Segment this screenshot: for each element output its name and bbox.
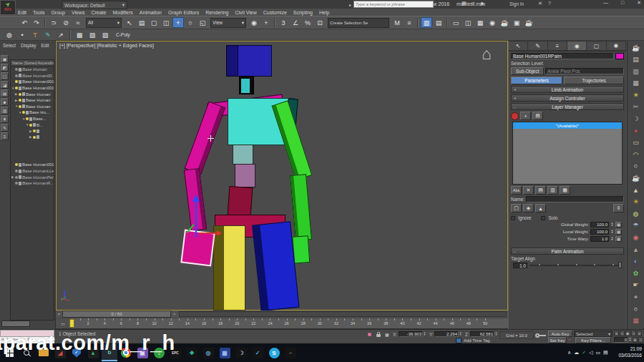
gizmo-z-axis[interactable]: [195, 202, 197, 238]
undo-icon[interactable]: ↶: [19, 17, 30, 28]
visibility-bulb-icon[interactable]: [19, 99, 21, 102]
animation-layer-list[interactable]: "(Available)": [512, 122, 623, 185]
track-bar-strip[interactable]: [179, 311, 507, 317]
perspective-viewport[interactable]: [+] [Perspective] [Realistic + Edged Fac…: [56, 41, 508, 310]
teapot-beige-icon[interactable]: ☕: [630, 173, 641, 184]
explorer-menu-edit[interactable]: Edit: [41, 43, 49, 48]
lock-icon[interactable]: [376, 334, 381, 337]
visibility-bulb-icon[interactable]: [33, 136, 36, 139]
gizmo-x-axis[interactable]: [199, 233, 217, 234]
pick-constraint-icon[interactable]: ↗: [55, 29, 67, 40]
disc-icon[interactable]: ◍: [630, 208, 641, 219]
maximize-button[interactable]: □: [621, 0, 624, 6]
select-manipulate-icon[interactable]: +: [260, 17, 272, 28]
display-geometry-icon[interactable]: ▣: [1, 55, 9, 63]
z-spinner[interactable]: ▲▼: [494, 331, 498, 337]
visibility-bulb-icon[interactable]: [15, 163, 18, 166]
tree-item[interactable]: Base Human001: [11, 79, 54, 85]
layer-properties-icon[interactable]: ▤: [532, 112, 543, 120]
tab-modify[interactable]: ✎: [528, 41, 547, 51]
select-and-link-icon[interactable]: ⊃: [48, 17, 59, 28]
orbit-view-icon[interactable]: ◔: [638, 337, 643, 343]
viewport-label[interactable]: [+] [Perspective] [Realistic + Edged Fac…: [59, 43, 154, 48]
display-helpers-icon[interactable]: ▤: [1, 89, 9, 97]
teapot-icon[interactable]: ☕: [630, 42, 641, 53]
menu-group[interactable]: Group: [51, 10, 64, 15]
community-icon[interactable]: ▦: [462, 1, 467, 6]
tree-item[interactable]: ▶Base HumanPel...: [11, 174, 54, 180]
scissors-icon[interactable]: ✂: [630, 102, 641, 112]
sign-in-button[interactable]: Sign In: [509, 1, 524, 6]
tab-hierarchy[interactable]: ≡: [548, 41, 567, 51]
sub-object-dropdown[interactable]: Ankle Pivot Pos: [545, 68, 624, 74]
maxscript-mini-listener[interactable]: [0, 330, 54, 337]
edit-poly-icon-2[interactable]: ▨: [87, 29, 98, 40]
menu-civil-view[interactable]: Civil View: [235, 10, 256, 15]
time-ruler[interactable]: ▭ 24681012141618202224262830323436384042…: [56, 318, 508, 329]
workspace-dropdown[interactable]: Workspace: Default ▾: [62, 1, 127, 9]
idm-icon[interactable]: ↓: [151, 344, 167, 361]
tree-item[interactable]: ▶Base Human: [11, 97, 54, 104]
tree-item[interactable]: Base HumanLLe...: [11, 168, 54, 175]
sub-object-button[interactable]: Sub-Object: [511, 67, 544, 75]
tree-item[interactable]: Base Human00...: [11, 73, 54, 79]
visibility-bulb-icon[interactable]: [15, 170, 18, 172]
parameters-button[interactable]: Parameters: [511, 77, 562, 84]
render-setup-icon[interactable]: ☕: [499, 17, 510, 28]
material-editor-icon[interactable]: ◉: [487, 17, 498, 28]
selection-filter-dropdown[interactable]: All▾: [86, 18, 122, 28]
start-button[interactable]: [1, 344, 17, 361]
menu-tools[interactable]: Tools: [33, 10, 44, 15]
toggle-scene-explorer-icon[interactable]: ▥: [421, 17, 432, 28]
taskbar-clock[interactable]: 21:09 03/03/2016: [618, 346, 642, 358]
menu-customize[interactable]: Customize: [263, 10, 287, 15]
setup-mode-icon[interactable]: +: [520, 112, 531, 120]
taskbar-search-button[interactable]: [19, 344, 34, 361]
target-align-field[interactable]: 1.0: [513, 263, 527, 268]
toggle-layer-explorer-icon[interactable]: ▤: [433, 17, 444, 28]
tree-item[interactable]: ▼Base Hu...: [11, 109, 54, 116]
app-icon-dark-red[interactable]: ◢: [52, 344, 68, 361]
go-to-start-icon[interactable]: «: [614, 331, 619, 336]
menu-modifiers[interactable]: Modifiers: [112, 10, 132, 15]
shirt-tool-icon[interactable]: T: [29, 29, 41, 40]
global-weight-curve-button[interactable]: ▦: [615, 222, 622, 228]
search-expand-icon[interactable]: ▸: [349, 2, 351, 7]
rect-selection-region-icon[interactable]: ▢: [148, 17, 160, 28]
rig-spine[interactable]: [235, 164, 255, 187]
app-icon-faint[interactable]: ~: [283, 344, 298, 361]
marble-icon[interactable]: ◉: [630, 233, 641, 243]
minimize-button[interactable]: —: [603, 0, 608, 6]
close-button[interactable]: ✕: [637, 0, 641, 6]
range-next-button[interactable]: >: [171, 312, 177, 316]
visibility-bulb-icon[interactable]: [22, 111, 25, 114]
auto-key-button[interactable]: Auto Key: [548, 331, 572, 337]
3ds-max-taskbar-icon[interactable]: b: [102, 344, 117, 361]
menu-animation[interactable]: Animation: [140, 10, 162, 15]
object-name-field[interactable]: Base Human001RPalm: [511, 53, 614, 59]
berries-icon[interactable]: ●: [630, 125, 641, 136]
paste-layer-icon[interactable]: ▥: [547, 186, 558, 195]
local-weight-spinner[interactable]: ▲▼: [610, 230, 614, 235]
onedrive-tray-icon[interactable]: ☁: [574, 350, 579, 356]
scene-explorer-column-header[interactable]: Name (Sorted Ascending): [11, 60, 54, 67]
select-rotate-icon[interactable]: ○: [185, 17, 196, 28]
set-key-big-icon[interactable]: [535, 333, 547, 339]
display-spacewarps-icon[interactable]: ■: [1, 98, 9, 106]
rendered-frame-icon[interactable]: ▣: [511, 17, 522, 28]
app-icon-check-blue[interactable]: ✓: [250, 344, 265, 361]
target-align-slider[interactable]: [530, 265, 622, 266]
time-slider[interactable]: [69, 319, 74, 328]
rig-head[interactable]: [238, 45, 272, 77]
app-icon-teal-shapes[interactable]: ❖: [184, 344, 200, 361]
file-explorer-icon[interactable]: [36, 344, 52, 361]
tree-item[interactable]: ▶: [11, 128, 54, 134]
absolute-mode-icon[interactable]: ▦: [385, 332, 389, 337]
select-scale-icon[interactable]: ◱: [197, 17, 208, 28]
cone-icon[interactable]: ▲: [630, 185, 641, 195]
time-warp-field[interactable]: 1.0: [590, 236, 609, 242]
display-lights-icon[interactable]: ▢: [1, 72, 9, 80]
tree-item[interactable]: Base Human001...: [11, 162, 54, 168]
lock-icon[interactable]: ≡: [1, 132, 9, 140]
slider-handle[interactable]: [618, 262, 622, 268]
